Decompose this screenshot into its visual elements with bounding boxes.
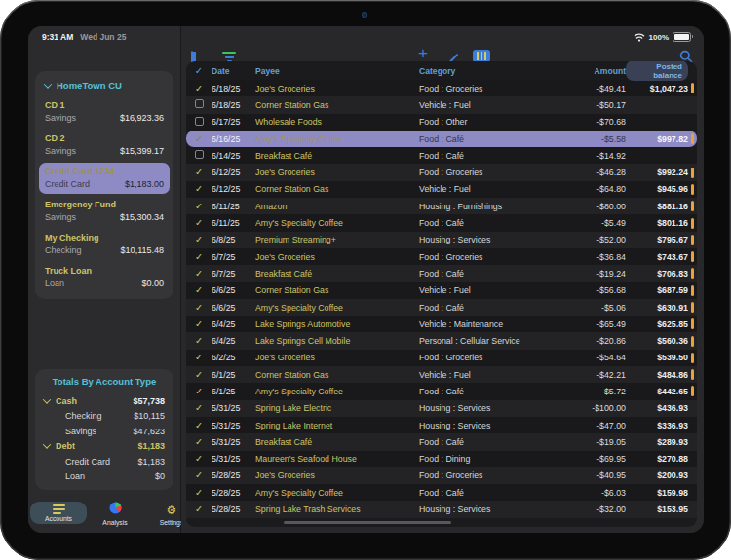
row-checkbox[interactable]: ✓ xyxy=(186,403,212,413)
row-checkbox[interactable]: ✓ xyxy=(186,134,212,144)
table-row[interactable]: ✓ 5/28/25 Amy's Specialty Coffee Food : … xyxy=(186,484,697,501)
row-checkbox[interactable]: ✓ xyxy=(186,504,212,514)
gear-icon: ⚙ xyxy=(167,504,177,517)
status-bar-right: 100% xyxy=(634,32,691,42)
cell-payee: Spring Lake Internet xyxy=(255,421,419,430)
cell-posted-balance: $801.16 xyxy=(626,218,688,228)
cell-posted-balance: $442.65 xyxy=(626,387,688,396)
header-category[interactable]: Category xyxy=(419,66,556,76)
account-list-item[interactable]: CD 2 Savings $15,399.17 xyxy=(39,130,170,161)
row-checkbox[interactable]: ✓ xyxy=(186,303,212,313)
table-row[interactable]: ✓ 5/31/25 Maureen's Seafood House Food :… xyxy=(186,451,697,467)
table-row[interactable]: ✓ 6/4/25 Lake Springs Cell Mobile Person… xyxy=(186,332,697,349)
row-checkbox[interactable]: ✓ xyxy=(186,470,212,480)
cell-amount: -$69.95 xyxy=(556,454,626,464)
table-row[interactable]: ✓ 5/31/25 Spring Lake Electric Housing :… xyxy=(186,400,697,417)
cell-date: 6/4/25 xyxy=(212,336,255,346)
cell-amount: -$70.68 xyxy=(556,117,626,127)
totals-value: $10,115 xyxy=(134,411,165,421)
table-row[interactable]: ✓ 6/14/25 Breakfast Café Food : Café -$1… xyxy=(186,147,697,164)
flag-bar-icon xyxy=(691,168,694,178)
cell-date: 6/1/25 xyxy=(212,387,255,396)
row-checkbox[interactable]: ✓ xyxy=(186,454,212,464)
table-row[interactable]: ✓ 5/31/25 Spring Lake Internet Housing :… xyxy=(186,417,697,433)
row-checkbox[interactable]: ✓ xyxy=(186,218,212,228)
row-checkbox[interactable]: ✓ xyxy=(186,269,212,279)
account-list-item[interactable]: Credit Card 1234 Credit Card $1,183.00 xyxy=(39,163,170,194)
row-checkbox[interactable]: ✓ xyxy=(186,99,212,110)
table-row[interactable]: ✓ 6/7/25 Joe's Groceries Food : Grocerie… xyxy=(186,248,697,265)
totals-value: $47,623 xyxy=(133,427,165,436)
cell-date: 6/11/25 xyxy=(212,218,255,228)
table-row[interactable]: ✓ 6/12/25 Corner Station Gas Vehicle : F… xyxy=(186,181,697,198)
table-row[interactable]: ✓ 6/18/25 Joe's Groceries Food : Groceri… xyxy=(186,80,697,96)
row-checkbox[interactable]: ✓ xyxy=(186,202,212,211)
account-list-item[interactable]: My Checking Checking $10,115.48 xyxy=(39,229,170,260)
row-checkbox[interactable]: ✓ xyxy=(186,353,212,362)
totals-value: $1,183 xyxy=(137,441,165,451)
header-date[interactable]: Date xyxy=(212,66,255,76)
row-checkbox[interactable]: ✓ xyxy=(186,437,212,447)
table-row[interactable]: ✓ 6/6/25 Corner Station Gas Vehicle : Fu… xyxy=(186,282,697,299)
header-amount[interactable]: Amount xyxy=(556,66,626,76)
table-row[interactable]: ✓ 6/16/25 Amy's Specialty Coffee Food : … xyxy=(186,131,697,147)
row-checkbox[interactable]: ✓ xyxy=(186,235,212,244)
header-payee[interactable]: Payee xyxy=(255,66,419,76)
table-row[interactable]: ✓ 6/4/25 Lake Springs Automotive Vehicle… xyxy=(186,316,697,332)
row-checkbox[interactable]: ✓ xyxy=(186,252,212,262)
account-list-item[interactable]: CD 1 Savings $16,923.36 xyxy=(39,96,170,128)
cell-date: 6/2/25 xyxy=(212,353,255,362)
table-row[interactable]: ✓ 6/1/25 Corner Station Gas Vehicle : Fu… xyxy=(186,366,697,383)
row-checkbox[interactable]: ✓ xyxy=(186,150,212,161)
account-type: Savings xyxy=(45,146,76,156)
row-checkbox[interactable]: ✓ xyxy=(186,168,212,177)
table-row[interactable]: ✓ 6/6/25 Amy's Specialty Coffee Food : C… xyxy=(186,299,697,316)
table-row[interactable]: ✓ 6/7/25 Breakfast Café Food : Café -$19… xyxy=(186,265,697,281)
cell-posted-balance: $743.67 xyxy=(626,252,688,262)
row-checkbox[interactable]: ✓ xyxy=(186,84,212,93)
cell-payee: Lake Springs Cell Mobile xyxy=(255,336,419,346)
cell-payee: Lake Springs Automotive xyxy=(255,319,419,329)
row-checkbox[interactable]: ✓ xyxy=(186,370,212,380)
flag-indicator xyxy=(688,133,697,144)
table-row[interactable]: ✓ 6/11/25 Amazon Housing : Furnishings -… xyxy=(186,198,697,214)
chevron-down-icon[interactable] xyxy=(43,395,51,403)
flag-indicator xyxy=(688,386,697,396)
add-transaction-button[interactable]: + xyxy=(418,47,428,60)
cell-date: 6/4/25 xyxy=(212,319,255,329)
table-row[interactable]: ✓ 6/11/25 Amy's Specialty Coffee Food : … xyxy=(186,214,697,231)
table-row[interactable]: ✓ 6/2/25 Joe's Groceries Food : Grocerie… xyxy=(186,350,697,366)
header-posted-balance[interactable]: Posted balance xyxy=(626,61,688,81)
table-row[interactable]: ✓ 6/17/25 Wholesale Foods Food : Other -… xyxy=(186,114,697,131)
horizontal-scrollbar[interactable] xyxy=(284,521,451,524)
cell-category: Food : Café xyxy=(419,488,556,498)
table-row[interactable]: ✓ 5/28/25 Spring Lake Trash Services Hou… xyxy=(186,501,697,517)
table-row[interactable]: ✓ 6/1/25 Amy's Specialty Coffee Food : C… xyxy=(186,383,697,399)
row-checkbox[interactable]: ✓ xyxy=(186,319,212,329)
table-row[interactable]: ✓ 6/8/25 Premium Streaming+ Housing : Se… xyxy=(186,232,697,248)
row-checkbox[interactable]: ✓ xyxy=(186,421,212,430)
account-list-item[interactable]: Emergency Fund Savings $15,300.34 xyxy=(39,196,170,227)
table-row[interactable]: ✓ 5/28/25 Joe's Groceries Food : Groceri… xyxy=(186,467,697,484)
row-checkbox[interactable]: ✓ xyxy=(186,488,212,498)
account-name: Truck Loan xyxy=(45,266,164,276)
row-checkbox[interactable]: ✓ xyxy=(186,387,212,396)
cell-category: Personal : Cellular Service xyxy=(419,336,556,346)
account-list-item[interactable]: Truck Loan Loan $0.00 xyxy=(39,262,170,293)
row-checkbox[interactable]: ✓ xyxy=(186,117,212,128)
table-row[interactable]: ✓ 6/12/25 Joe's Groceries Food : Groceri… xyxy=(186,164,697,180)
row-checkbox[interactable]: ✓ xyxy=(186,184,212,194)
account-group-header[interactable]: HomeTown CU xyxy=(35,76,173,96)
account-name: My Checking xyxy=(45,233,164,243)
chevron-down-icon[interactable] xyxy=(43,441,51,449)
row-checkbox[interactable]: ✓ xyxy=(186,336,212,346)
posted-balance-badge[interactable]: Posted balance xyxy=(626,61,688,81)
transactions-table: ✓ Date Payee Category Amount Posted bala… xyxy=(186,61,697,527)
row-checkbox[interactable]: ✓ xyxy=(186,285,212,295)
tab-analysis[interactable]: Analysis xyxy=(87,498,143,528)
table-row[interactable]: ✓ 6/18/25 Corner Station Gas Vehicle : F… xyxy=(186,96,697,113)
app-screen: 9:31 AM Wed Jun 25 100% HomeTown CU CD 1… xyxy=(28,26,704,533)
select-all-header[interactable]: ✓ xyxy=(186,65,212,76)
table-row[interactable]: ✓ 5/31/25 Breakfast Café Food : Café -$1… xyxy=(186,433,697,450)
tab-accounts[interactable]: Accounts xyxy=(30,502,87,524)
